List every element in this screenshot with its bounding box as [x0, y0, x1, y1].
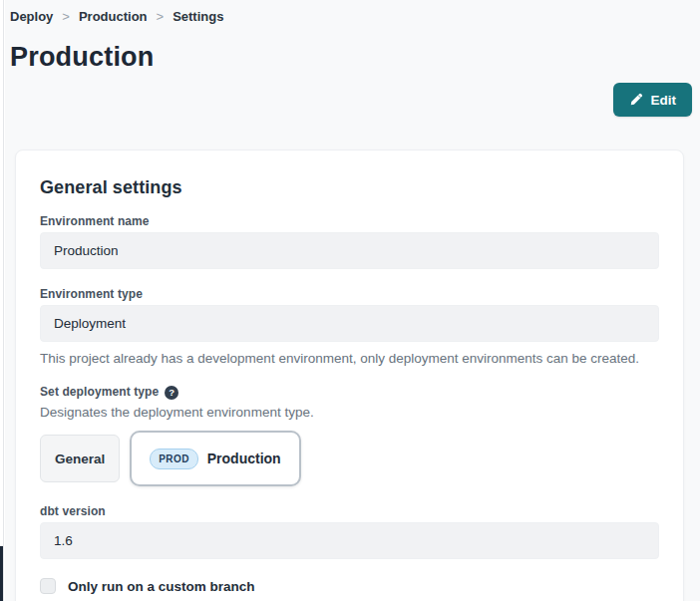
page-title: Production: [10, 41, 692, 73]
settings-page: Deploy > Production > Settings Productio…: [5, 0, 700, 601]
deployment-type-description: Designates the deployment environment ty…: [40, 404, 659, 421]
dbt-version-input[interactable]: [40, 522, 659, 559]
help-icon[interactable]: ?: [165, 386, 178, 400]
deployment-type-options: General PROD Production: [40, 431, 659, 486]
environment-type-input[interactable]: [40, 305, 659, 342]
deployment-type-option-general[interactable]: General: [40, 435, 120, 482]
environment-type-field: Environment type This project already ha…: [40, 287, 659, 367]
breadcrumb: Deploy > Production > Settings: [10, 0, 692, 25]
edit-button[interactable]: Edit: [613, 83, 693, 117]
general-settings-card: General settings Environment name Enviro…: [15, 150, 684, 601]
environment-type-label: Environment type: [40, 287, 659, 302]
dbt-version-field: dbt version: [40, 504, 659, 559]
custom-branch-row: Only run on a custom branch: [40, 578, 659, 594]
breadcrumb-separator-icon: >: [157, 9, 165, 25]
breadcrumb-item-production[interactable]: Production: [79, 9, 148, 25]
breadcrumb-item-deploy[interactable]: Deploy: [10, 9, 53, 25]
environment-name-input[interactable]: [40, 232, 659, 269]
environment-type-helper-text: This project already has a development e…: [40, 350, 659, 367]
edit-button-label: Edit: [651, 93, 677, 108]
environment-name-field: Environment name: [40, 214, 659, 269]
toolbar: Edit: [10, 83, 692, 117]
breadcrumb-item-settings[interactable]: Settings: [173, 9, 223, 25]
dbt-version-label: dbt version: [40, 504, 659, 519]
prod-badge: PROD: [150, 449, 198, 469]
deployment-type-label: Set deployment type: [40, 385, 159, 400]
offscreen-widget-sliver: [0, 546, 3, 601]
breadcrumb-separator-icon: >: [62, 9, 70, 25]
deployment-type-option-production[interactable]: PROD Production: [130, 431, 300, 486]
custom-branch-checkbox[interactable]: [40, 578, 56, 594]
option-production-label: Production: [207, 451, 281, 466]
environment-name-label: Environment name: [40, 214, 659, 229]
deployment-type-section: Set deployment type ? Designates the dep…: [40, 385, 659, 486]
pencil-icon: [629, 93, 643, 107]
custom-branch-label: Only run on a custom branch: [68, 579, 255, 594]
app-frame-divider: [0, 0, 4, 601]
option-general-label: General: [55, 451, 105, 466]
general-settings-heading: General settings: [40, 176, 659, 198]
